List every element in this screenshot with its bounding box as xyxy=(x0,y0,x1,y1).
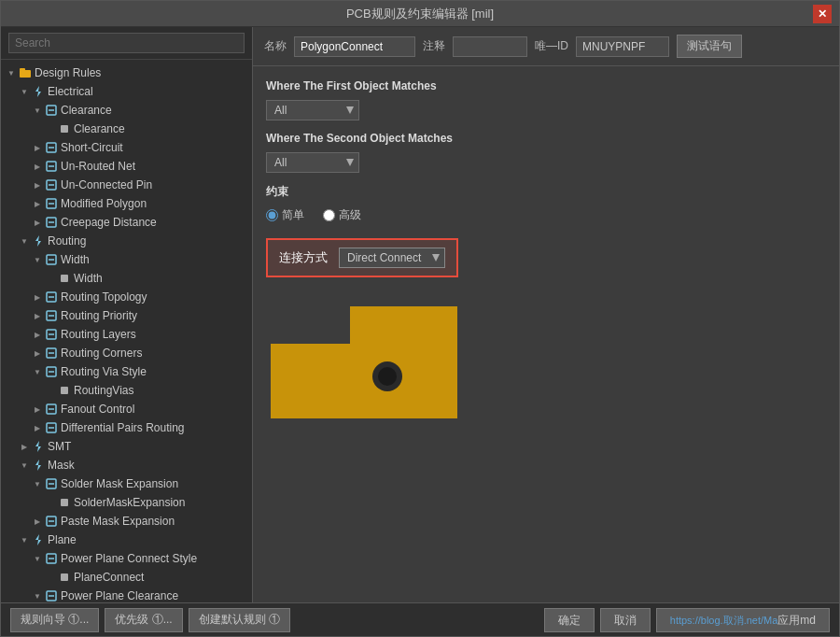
tree-arrow-fanout-control[interactable]: ▶ xyxy=(31,403,44,416)
close-button[interactable]: ✕ xyxy=(813,5,832,23)
tree-item-paste-mask-exp[interactable]: ▶Paste Mask Expansion xyxy=(1,512,252,531)
name-label: 名称 xyxy=(264,38,287,54)
radio-group: 简单 高级 xyxy=(266,207,826,223)
tree-item-plane-connect[interactable]: PlaneConnect xyxy=(1,568,252,587)
rule-name-input[interactable] xyxy=(294,36,415,57)
tree-icon-smt xyxy=(31,439,46,454)
tree-arrow-routing[interactable]: ▼ xyxy=(18,234,31,248)
tree-icon-plane-connect xyxy=(57,570,72,585)
comment-input[interactable] xyxy=(453,36,527,57)
tree-arrow-diff-pairs[interactable]: ▶ xyxy=(31,421,44,434)
tree-arrow-solder-mask-exp-item[interactable] xyxy=(44,496,57,509)
tree-label-fanout-control: Fanout Control xyxy=(61,403,134,416)
search-input[interactable] xyxy=(8,33,245,53)
tree-item-design-rules[interactable]: ▼Design Rules xyxy=(1,64,252,82)
tree-arrow-routing-corners[interactable]: ▶ xyxy=(31,347,44,360)
tree-arrow-width[interactable]: ▼ xyxy=(31,253,44,266)
tree-item-creepage-distance[interactable]: ▶Creepage Distance xyxy=(1,213,252,232)
tree-label-routing-corners: Routing Corners xyxy=(61,347,142,360)
radio-simple[interactable] xyxy=(266,209,278,221)
tree-arrow-power-plane-clearance[interactable]: ▼ xyxy=(31,589,44,602)
svg-point-63 xyxy=(378,367,397,386)
tree-arrow-un-connected-pin[interactable]: ▶ xyxy=(31,178,44,191)
radio-advanced-label[interactable]: 高级 xyxy=(323,207,361,223)
radio-advanced[interactable] xyxy=(323,209,335,221)
tree-item-routing-corners[interactable]: ▶Routing Corners xyxy=(1,344,252,362)
tree-item-electrical[interactable]: ▼Electrical xyxy=(1,82,252,101)
tree-item-routing-priority[interactable]: ▶Routing Priority xyxy=(1,306,252,325)
tree-arrow-design-rules[interactable]: ▼ xyxy=(5,66,18,79)
tree-arrow-solder-mask-exp[interactable]: ▼ xyxy=(31,477,44,490)
svg-marker-36 xyxy=(35,460,41,471)
tree-arrow-routing-via-style[interactable]: ▼ xyxy=(31,365,44,378)
tree-item-width[interactable]: ▼Width xyxy=(1,250,252,269)
tree-item-routing-via-style[interactable]: ▼Routing Via Style xyxy=(1,362,252,381)
tree-item-routing[interactable]: ▼Routing xyxy=(1,232,252,250)
tree-arrow-routing-vias[interactable] xyxy=(44,384,57,397)
confirm-button[interactable]: 确定 xyxy=(544,608,595,632)
tree-icon-width-item xyxy=(57,271,72,286)
tree-item-power-plane-connect[interactable]: ▼Power Plane Connect Style xyxy=(1,549,252,568)
tree-arrow-routing-layers[interactable]: ▶ xyxy=(31,328,44,341)
apply-button[interactable]: https://blog.取消.net/Ma应用md xyxy=(656,608,830,632)
tree-arrow-power-plane-connect[interactable]: ▼ xyxy=(31,552,44,565)
tree-item-width-item[interactable]: Width xyxy=(1,269,252,288)
tree-item-solder-mask-exp[interactable]: ▼Solder Mask Expansion xyxy=(1,474,252,493)
tree-arrow-clearance-item[interactable] xyxy=(44,122,57,135)
tree-arrow-clearance-group[interactable]: ▼ xyxy=(31,104,44,117)
tree-arrow-routing-topology[interactable]: ▶ xyxy=(31,290,44,304)
tree-item-routing-topology[interactable]: ▶Routing Topology xyxy=(1,288,252,306)
tree-item-fanout-control[interactable]: ▶Fanout Control xyxy=(1,400,252,418)
tree-item-modified-polygon[interactable]: ▶Modified Polygon xyxy=(1,194,252,213)
pcb-shape-svg xyxy=(266,302,462,423)
tree-arrow-plane-connect[interactable] xyxy=(44,571,57,584)
tree-arrow-paste-mask-exp[interactable]: ▶ xyxy=(31,515,44,528)
tree-label-width: Width xyxy=(61,253,90,266)
tree-item-clearance-item[interactable]: Clearance xyxy=(1,120,252,138)
tree-item-routing-layers[interactable]: ▶Routing Layers xyxy=(1,325,252,344)
tree-icon-solder-mask-exp xyxy=(44,476,59,491)
tree-item-un-connected-pin[interactable]: ▶Un-Connected Pin xyxy=(1,176,252,194)
tree-item-un-routed-net[interactable]: ▶Un-Routed Net xyxy=(1,157,252,176)
svg-marker-42 xyxy=(35,534,41,545)
tree-arrow-routing-priority[interactable]: ▶ xyxy=(31,309,44,322)
test-button[interactable]: 测试语句 xyxy=(677,35,742,58)
id-input[interactable] xyxy=(576,36,669,57)
tree-arrow-smt[interactable]: ▶ xyxy=(18,440,31,453)
tree-label-routing-layers: Routing Layers xyxy=(61,328,136,341)
tree-arrow-short-circuit[interactable]: ▶ xyxy=(31,141,44,154)
tree-item-solder-mask-exp-item[interactable]: SolderMaskExpansion xyxy=(1,493,252,512)
priority-button[interactable]: 优先级 ①... xyxy=(105,608,182,632)
tree-item-mask[interactable]: ▼Mask xyxy=(1,456,252,474)
connect-dropdown[interactable]: Direct ConnectRelief ConnectNo Connect xyxy=(339,248,445,268)
title-bar: PCB规则及约束编辑器 [mil] ✕ xyxy=(1,1,839,27)
tree-label-diff-pairs: Differential Pairs Routing xyxy=(61,421,185,434)
tree-icon-power-plane-connect xyxy=(44,551,59,566)
tree-item-plane[interactable]: ▼Plane xyxy=(1,531,252,549)
tree-arrow-electrical[interactable]: ▼ xyxy=(18,85,31,98)
rule-guide-button[interactable]: 规则向导 ①... xyxy=(10,608,99,632)
tree-item-smt[interactable]: ▶SMT xyxy=(1,437,252,456)
tree-arrow-modified-polygon[interactable]: ▶ xyxy=(31,197,44,210)
tree-label-un-connected-pin: Un-Connected Pin xyxy=(61,178,152,191)
tree-item-power-plane-clearance[interactable]: ▼Power Plane Clearance xyxy=(1,587,252,602)
radio-simple-label[interactable]: 简单 xyxy=(266,207,304,223)
tree-item-diff-pairs[interactable]: ▶Differential Pairs Routing xyxy=(1,418,252,437)
constraint-section: 约束 简单 高级 连接方式 Direc xyxy=(266,184,826,414)
tree-arrow-mask[interactable]: ▼ xyxy=(18,459,31,472)
tree-item-short-circuit[interactable]: ▶Short-Circuit xyxy=(1,138,252,157)
create-default-button[interactable]: 创建默认规则 ① xyxy=(189,608,290,632)
tree-label-design-rules: Design Rules xyxy=(35,66,101,79)
svg-marker-2 xyxy=(35,86,41,97)
tree-arrow-plane[interactable]: ▼ xyxy=(18,533,31,546)
second-match-select[interactable]: All xyxy=(266,152,359,173)
cancel-button[interactable]: 取消 xyxy=(600,608,651,632)
tree-container[interactable]: ▼Design Rules▼Electrical▼ClearanceCleara… xyxy=(1,60,252,602)
tree-arrow-un-routed-net[interactable]: ▶ xyxy=(31,160,44,173)
tree-item-clearance-group[interactable]: ▼Clearance xyxy=(1,101,252,120)
main-window: PCB规则及约束编辑器 [mil] ✕ ▼Design Rules▼Electr… xyxy=(0,0,840,637)
first-match-select[interactable]: All xyxy=(266,100,359,120)
tree-arrow-creepage-distance[interactable]: ▶ xyxy=(31,216,44,229)
tree-arrow-width-item[interactable] xyxy=(44,272,57,285)
tree-item-routing-vias[interactable]: RoutingVias xyxy=(1,381,252,400)
